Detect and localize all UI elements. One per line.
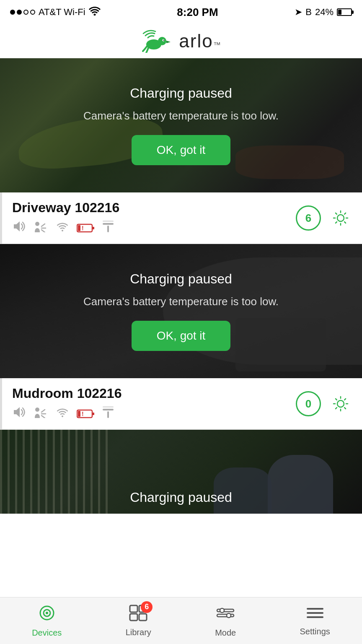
nav-item-settings[interactable]: Settings [292,605,339,636]
wifi-icon-driveway [56,221,69,235]
camera-feed-partial[interactable]: Charging paused [0,430,362,514]
library-badge: 6 [141,601,153,613]
bottom-nav: Devices 6 Library Mo [0,597,362,644]
svg-rect-7 [92,227,94,229]
charging-subtitle-1: Camera's battery temperature is too low. [83,109,279,122]
clip-count-mudroom[interactable]: 0 [296,391,321,416]
svg-rect-19 [103,409,114,410]
clip-count-driveway[interactable]: 6 [296,205,321,231]
camera-card-mudroom: Charging paused Camera's battery tempera… [0,244,362,430]
camera-card-driveway: Charging paused Camera's battery tempera… [0,58,362,244]
library-nav-label: Library [126,628,151,637]
svg-rect-10 [107,226,109,232]
svg-point-1 [158,37,166,45]
svg-rect-8 [78,225,80,231]
antenna-icon-driveway [103,220,114,236]
camera-info-left-mudroom: Mudroom 102216 [12,386,296,422]
svg-rect-24 [130,605,137,612]
bluetooth-icon: B [305,7,312,18]
wifi-icon-mudroom [56,407,69,421]
svg-rect-20 [103,406,114,408]
signal-dots [10,10,35,15]
camera-icons-mudroom: ! [12,405,296,422]
svg-rect-27 [139,614,147,621]
status-bar: AT&T Wi-Fi 8:20 PM ➤ B 24% [0,0,362,23]
svg-point-31 [227,613,231,618]
signal-dot-4 [30,10,35,15]
gear-icon-mudroom[interactable] [329,392,352,415]
sound-icon-driveway [12,221,26,235]
svg-point-23 [46,612,48,614]
arlo-logo: arlo ™ [141,29,220,53]
camera-name-driveway: Driveway 102216 [12,200,296,216]
svg-rect-32 [307,608,323,610]
ok-button-1[interactable]: OK, got it [132,135,231,165]
svg-rect-11 [103,223,114,225]
svg-rect-34 [307,616,323,618]
svg-point-5 [35,222,39,226]
status-time: 8:20 PM [177,6,218,19]
camera-info-left-driveway: Driveway 102216 [12,200,296,236]
battery-low-icon-mudroom: ! [77,409,95,419]
antenna-icon-mudroom [103,405,114,422]
devices-nav-icon [38,604,56,626]
charging-overlay-2: Charging paused Camera's battery tempera… [0,244,362,378]
svg-point-30 [220,608,224,613]
svg-text:!: ! [82,410,84,417]
partial-charging-title: Charging paused [130,490,232,505]
wifi-status-icon [89,6,101,18]
status-left: AT&T Wi-Fi [10,6,101,18]
svg-rect-12 [103,221,114,222]
signal-dot-1 [10,10,15,15]
arlo-trademark: ™ [213,41,221,49]
arlo-name-text: arlo [179,31,213,52]
sound-icon-mudroom [12,406,26,421]
svg-rect-33 [307,612,323,614]
charging-overlay-1: Charging paused Camera's battery tempera… [0,58,362,192]
camera-info-mudroom: Mudroom 102216 [0,378,362,429]
camera-feed-mudroom[interactable]: Charging paused Camera's battery tempera… [0,244,362,378]
svg-rect-18 [107,411,109,418]
camera-feed-driveway[interactable]: Charging paused Camera's battery tempera… [0,58,362,192]
arlo-bird-icon [141,29,175,53]
svg-rect-26 [130,614,137,621]
svg-point-4 [163,40,164,41]
nav-item-library[interactable]: 6 Library [117,605,160,637]
battery-pct-text: 24% [315,7,334,18]
charging-title-1: Charging paused [130,86,232,101]
battery-icon [337,8,352,16]
main-content: Charging paused Camera's battery tempera… [0,58,362,561]
battery-fill [338,10,341,15]
arlo-wordmark: arlo ™ [179,31,220,52]
camera-name-mudroom: Mudroom 102216 [12,386,296,401]
battery-low-icon-driveway: ! [77,223,95,233]
settings-nav-label: Settings [300,627,330,636]
partial-charging-label: Charging paused [0,490,362,505]
svg-marker-2 [166,41,171,43]
status-right: ➤ B 24% [295,7,352,18]
signal-dot-3 [23,10,28,15]
camera-icons-driveway: ! [12,220,296,236]
svg-rect-16 [78,411,80,417]
app-header: arlo ™ [0,23,362,58]
camera-card-partial: Charging paused [0,430,362,514]
gear-icon-driveway[interactable] [329,207,352,229]
settings-nav-icon [306,605,324,624]
camera-info-driveway: Driveway 102216 [0,192,362,244]
devices-nav-label: Devices [32,628,62,638]
nav-item-devices[interactable]: Devices [23,604,70,638]
svg-rect-15 [92,413,94,415]
svg-point-13 [35,408,39,412]
motion-icon-driveway [33,221,48,235]
location-icon: ➤ [295,7,302,18]
carrier-text: AT&T Wi-Fi [39,7,85,18]
nav-item-mode[interactable]: Mode [207,604,244,638]
signal-dot-2 [17,10,22,15]
ok-button-2[interactable]: OK, got it [132,321,231,351]
camera-info-right-mudroom: 0 [296,391,352,416]
charging-title-2: Charging paused [130,271,232,287]
mode-nav-icon [216,604,235,626]
camera-info-right-driveway: 6 [296,205,352,231]
motion-icon-mudroom [33,406,48,421]
svg-text:!: ! [82,225,84,231]
